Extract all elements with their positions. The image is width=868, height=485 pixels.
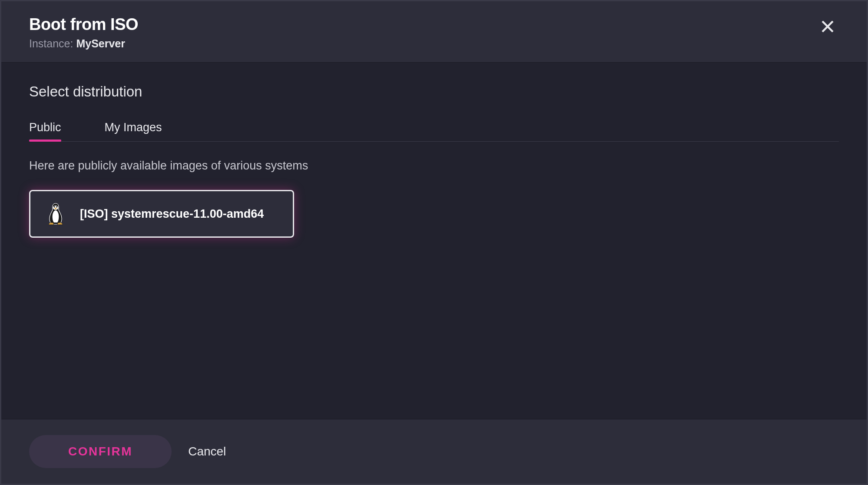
modal-header: Boot from ISO Instance: MyServer	[1, 1, 867, 63]
instance-name: MyServer	[76, 37, 125, 50]
linux-tux-icon	[43, 202, 68, 226]
modal-title: Boot from ISO	[29, 15, 138, 34]
modal-footer: CONFIRM Cancel	[1, 419, 867, 484]
close-icon	[820, 19, 835, 34]
header-text-block: Boot from ISO Instance: MyServer	[29, 15, 138, 50]
confirm-button[interactable]: CONFIRM	[29, 435, 172, 468]
boot-from-iso-modal: Boot from ISO Instance: MyServer Select …	[0, 0, 868, 485]
svg-point-4	[56, 206, 57, 208]
svg-point-3	[54, 206, 55, 208]
modal-subtitle: Instance: MyServer	[29, 37, 138, 50]
image-card-systemrescue[interactable]: [ISO] systemrescue-11.00-amd64	[29, 190, 294, 238]
tab-public[interactable]: Public	[29, 121, 61, 141]
tab-description: Here are publicly available images of va…	[29, 159, 839, 173]
modal-body: Select distribution Public My Images Her…	[1, 63, 867, 419]
distribution-tabs: Public My Images	[29, 121, 839, 142]
cancel-button[interactable]: Cancel	[184, 435, 230, 468]
tab-my-images[interactable]: My Images	[105, 121, 162, 141]
close-button[interactable]	[816, 15, 839, 38]
subtitle-prefix: Instance:	[29, 37, 76, 50]
select-distribution-heading: Select distribution	[29, 83, 839, 100]
image-card-label: [ISO] systemrescue-11.00-amd64	[80, 206, 264, 222]
